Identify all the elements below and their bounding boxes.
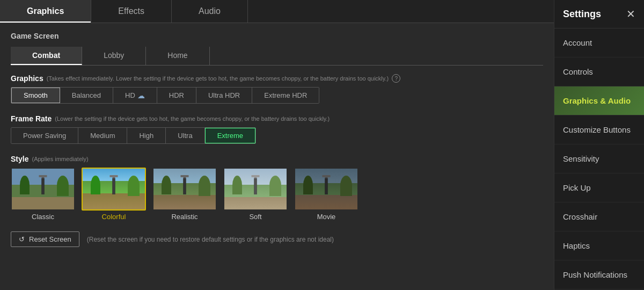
sidebar-item-account[interactable]: Account bbox=[554, 28, 644, 57]
tab-audio[interactable]: Audio bbox=[172, 0, 248, 23]
sidebar-item-customize-buttons[interactable]: Customize Buttons bbox=[554, 115, 644, 144]
graphics-option-extreme-hdr[interactable]: Extreme HDR bbox=[252, 88, 319, 103]
tab-graphics[interactable]: Graphics bbox=[0, 0, 91, 23]
sub-tab-combat[interactable]: Combat bbox=[11, 47, 82, 65]
reset-hint: (Reset the screen if you need to restore… bbox=[87, 236, 334, 243]
style-classic[interactable]: Classic bbox=[11, 168, 75, 221]
graphics-label: Graphics (Takes effect immediately. Lowe… bbox=[11, 74, 543, 83]
style-realistic[interactable]: Realistic bbox=[152, 168, 217, 221]
graphics-hint: (Takes effect immediately. Lower the set… bbox=[47, 75, 389, 82]
style-colorful[interactable]: Colorful bbox=[82, 168, 146, 221]
frame-rate-options: Power Saving Medium High Ultra Extreme bbox=[11, 127, 256, 144]
graphics-option-hd[interactable]: HD ☁ bbox=[113, 88, 157, 103]
style-label: Style (Applies immediately) bbox=[11, 155, 543, 163]
frame-rate-option-extreme[interactable]: Extreme bbox=[205, 128, 255, 143]
sidebar-item-controls[interactable]: Controls bbox=[554, 57, 644, 86]
close-button[interactable]: ✕ bbox=[626, 8, 635, 20]
sidebar-item-haptics[interactable]: Haptics bbox=[554, 231, 644, 260]
style-movie-label: Movie bbox=[317, 213, 336, 221]
style-hint: (Applies immediately) bbox=[32, 156, 88, 162]
frame-rate-option-high[interactable]: High bbox=[127, 128, 166, 143]
sidebar-title: Settings bbox=[563, 9, 601, 20]
graphics-help-icon[interactable]: ? bbox=[392, 74, 400, 83]
main-content: Graphics Effects Audio Game Screen Comba… bbox=[0, 0, 554, 290]
reset-icon: ↺ bbox=[19, 235, 25, 243]
sidebar-item-sensitivity[interactable]: Sensitivity bbox=[554, 144, 644, 173]
frame-rate-option-power-saving[interactable]: Power Saving bbox=[11, 128, 78, 143]
tab-effects[interactable]: Effects bbox=[91, 0, 172, 23]
style-realistic-label: Realistic bbox=[171, 213, 197, 221]
cloud-icon: ☁ bbox=[137, 91, 145, 100]
reset-row: ↺ Reset Screen (Reset the screen if you … bbox=[11, 231, 543, 247]
sidebar-item-push-notifications[interactable]: Push Notifications bbox=[554, 260, 644, 289]
frame-rate-option-ultra[interactable]: Ultra bbox=[166, 128, 204, 143]
style-soft[interactable]: Soft bbox=[223, 168, 288, 221]
graphics-option-hdr[interactable]: HDR bbox=[157, 88, 196, 103]
game-screen-title: Game Screen bbox=[11, 32, 543, 40]
sidebar: Settings ✕ Account Controls Graphics & A… bbox=[554, 0, 644, 290]
style-setting-row: Style (Applies immediately) bbox=[11, 155, 543, 221]
sub-tabs: Combat Lobby Home bbox=[11, 47, 543, 66]
frame-rate-hint: (Lower the setting if the device gets to… bbox=[55, 115, 330, 122]
graphics-option-balanced[interactable]: Balanced bbox=[60, 88, 113, 103]
sidebar-header: Settings ✕ bbox=[554, 0, 644, 28]
style-movie[interactable]: Movie bbox=[294, 168, 358, 221]
reset-screen-button[interactable]: ↺ Reset Screen bbox=[11, 231, 79, 247]
graphics-setting-row: Graphics (Takes effect immediately. Lowe… bbox=[11, 74, 543, 104]
graphics-options: Smooth Balanced HD ☁ HDR Ultra HDR Extre… bbox=[11, 87, 319, 104]
frame-rate-label: Frame Rate (Lower the setting if the dev… bbox=[11, 114, 543, 123]
frame-rate-setting-row: Frame Rate (Lower the setting if the dev… bbox=[11, 114, 543, 144]
sidebar-item-crosshair[interactable]: Crosshair bbox=[554, 202, 644, 231]
sub-tab-home[interactable]: Home bbox=[146, 47, 209, 65]
graphics-option-ultra-hdr[interactable]: Ultra HDR bbox=[196, 88, 252, 103]
sub-tab-lobby[interactable]: Lobby bbox=[82, 47, 146, 65]
graphics-option-smooth[interactable]: Smooth bbox=[11, 88, 60, 103]
top-tabs: Graphics Effects Audio bbox=[0, 0, 554, 23]
style-options: Classic Colorful bbox=[11, 168, 543, 221]
style-soft-label: Soft bbox=[249, 213, 261, 221]
style-classic-label: Classic bbox=[32, 213, 54, 221]
frame-rate-option-medium[interactable]: Medium bbox=[78, 128, 127, 143]
sidebar-item-graphics-audio[interactable]: Graphics & Audio bbox=[554, 86, 644, 115]
style-colorful-label: Colorful bbox=[102, 213, 126, 221]
settings-panel: Game Screen Combat Lobby Home Graphics (… bbox=[0, 23, 554, 290]
sidebar-item-pick-up[interactable]: Pick Up bbox=[554, 173, 644, 202]
